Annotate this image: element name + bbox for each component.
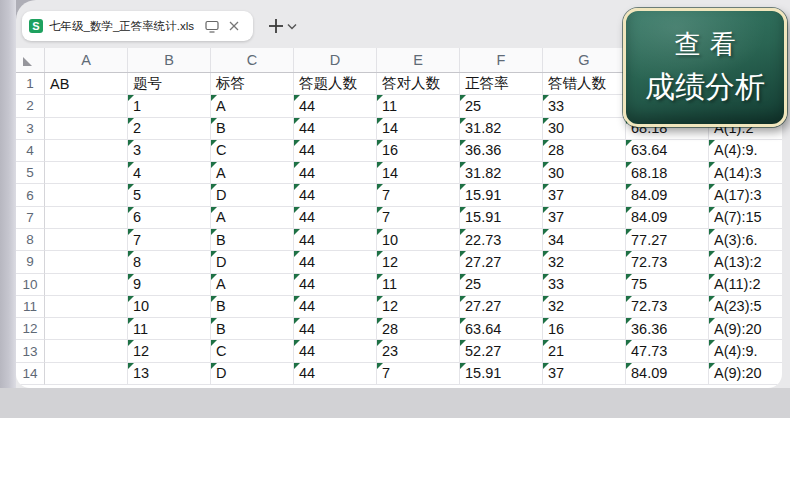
- cell-G14[interactable]: 37: [543, 363, 626, 385]
- cell-B1[interactable]: 题号: [128, 73, 211, 95]
- row-number-8[interactable]: 8: [16, 229, 45, 251]
- cell-I14[interactable]: A(9):20: [709, 363, 782, 385]
- tab-list-chevron-icon[interactable]: [284, 13, 300, 39]
- cell-A12[interactable]: [45, 318, 128, 340]
- cell-B14[interactable]: 13: [128, 363, 211, 385]
- cell-C10[interactable]: A: [211, 274, 294, 296]
- cell-A11[interactable]: [45, 296, 128, 318]
- row-number-1[interactable]: 1: [16, 73, 45, 95]
- cell-E12[interactable]: 28: [377, 318, 460, 340]
- cell-B3[interactable]: 2: [128, 118, 211, 140]
- cell-F10[interactable]: 25: [460, 274, 543, 296]
- cell-D10[interactable]: 44: [294, 274, 377, 296]
- cell-D11[interactable]: 44: [294, 296, 377, 318]
- cell-D6[interactable]: 44: [294, 184, 377, 206]
- cell-E9[interactable]: 12: [377, 251, 460, 273]
- row-number-3[interactable]: 3: [16, 118, 45, 140]
- row-number-11[interactable]: 11: [16, 296, 45, 318]
- cell-A7[interactable]: [45, 207, 128, 229]
- cell-B6[interactable]: 5: [128, 184, 211, 206]
- cell-A9[interactable]: [45, 251, 128, 273]
- cell-B10[interactable]: 9: [128, 274, 211, 296]
- cell-F5[interactable]: 31.82: [460, 162, 543, 184]
- cell-G9[interactable]: 32: [543, 251, 626, 273]
- cell-F3[interactable]: 31.82: [460, 118, 543, 140]
- column-header-D[interactable]: D: [294, 48, 377, 72]
- row-number-9[interactable]: 9: [16, 251, 45, 273]
- cell-D9[interactable]: 44: [294, 251, 377, 273]
- cell-A14[interactable]: [45, 363, 128, 385]
- cell-A2[interactable]: [45, 95, 128, 117]
- cell-E13[interactable]: 23: [377, 340, 460, 362]
- cell-B8[interactable]: 7: [128, 229, 211, 251]
- cell-F9[interactable]: 27.27: [460, 251, 543, 273]
- cell-C13[interactable]: C: [211, 340, 294, 362]
- cell-C6[interactable]: D: [211, 184, 294, 206]
- row-number-10[interactable]: 10: [16, 274, 45, 296]
- cell-D2[interactable]: 44: [294, 95, 377, 117]
- cell-H8[interactable]: 77.27: [626, 229, 709, 251]
- cell-H13[interactable]: 47.73: [626, 340, 709, 362]
- cell-H7[interactable]: 84.09: [626, 207, 709, 229]
- cell-C1[interactable]: 标答: [211, 73, 294, 95]
- cell-H5[interactable]: 68.18: [626, 162, 709, 184]
- cell-I13[interactable]: A(4):9.: [709, 340, 782, 362]
- column-header-C[interactable]: C: [211, 48, 294, 72]
- cell-I6[interactable]: A(17):3: [709, 184, 782, 206]
- cell-D7[interactable]: 44: [294, 207, 377, 229]
- cell-E8[interactable]: 10: [377, 229, 460, 251]
- cell-C8[interactable]: B: [211, 229, 294, 251]
- cell-H9[interactable]: 72.73: [626, 251, 709, 273]
- cell-G1[interactable]: 答错人数: [543, 73, 626, 95]
- cell-D3[interactable]: 44: [294, 118, 377, 140]
- cell-D1[interactable]: 答题人数: [294, 73, 377, 95]
- cell-C12[interactable]: B: [211, 318, 294, 340]
- row-number-12[interactable]: 12: [16, 318, 45, 340]
- cell-B7[interactable]: 6: [128, 207, 211, 229]
- cell-F12[interactable]: 63.64: [460, 318, 543, 340]
- cell-D5[interactable]: 44: [294, 162, 377, 184]
- cell-I8[interactable]: A(3):6.: [709, 229, 782, 251]
- cell-H10[interactable]: 75: [626, 274, 709, 296]
- close-tab-icon[interactable]: [228, 20, 240, 32]
- cell-C14[interactable]: D: [211, 363, 294, 385]
- row-number-2[interactable]: 2: [16, 95, 45, 117]
- cell-D13[interactable]: 44: [294, 340, 377, 362]
- cell-C11[interactable]: B: [211, 296, 294, 318]
- cell-E3[interactable]: 14: [377, 118, 460, 140]
- cell-C2[interactable]: A: [211, 95, 294, 117]
- cell-E14[interactable]: 7: [377, 363, 460, 385]
- cell-I10[interactable]: A(11):2: [709, 274, 782, 296]
- cell-F6[interactable]: 15.91: [460, 184, 543, 206]
- cell-A1[interactable]: AB: [45, 73, 128, 95]
- cell-C9[interactable]: D: [211, 251, 294, 273]
- cell-F11[interactable]: 27.27: [460, 296, 543, 318]
- cell-A8[interactable]: [45, 229, 128, 251]
- view-score-analysis-button[interactable]: 查看 成绩分析: [623, 8, 787, 127]
- cell-A5[interactable]: [45, 162, 128, 184]
- cell-F1[interactable]: 正答率: [460, 73, 543, 95]
- cell-A13[interactable]: [45, 340, 128, 362]
- row-number-13[interactable]: 13: [16, 340, 45, 362]
- share-screen-icon[interactable]: [205, 20, 219, 33]
- cell-D14[interactable]: 44: [294, 363, 377, 385]
- cell-D4[interactable]: 44: [294, 140, 377, 162]
- cell-E10[interactable]: 11: [377, 274, 460, 296]
- row-number-4[interactable]: 4: [16, 140, 45, 162]
- cell-I12[interactable]: A(9):20: [709, 318, 782, 340]
- cell-C7[interactable]: A: [211, 207, 294, 229]
- cell-G12[interactable]: 16: [543, 318, 626, 340]
- cell-F2[interactable]: 25: [460, 95, 543, 117]
- cell-G10[interactable]: 33: [543, 274, 626, 296]
- cell-G4[interactable]: 28: [543, 140, 626, 162]
- cell-G8[interactable]: 34: [543, 229, 626, 251]
- cell-E2[interactable]: 11: [377, 95, 460, 117]
- cell-A3[interactable]: [45, 118, 128, 140]
- cell-C3[interactable]: B: [211, 118, 294, 140]
- cell-E6[interactable]: 7: [377, 184, 460, 206]
- cell-B11[interactable]: 10: [128, 296, 211, 318]
- cell-H11[interactable]: 72.73: [626, 296, 709, 318]
- cell-F8[interactable]: 22.73: [460, 229, 543, 251]
- row-number-7[interactable]: 7: [16, 207, 45, 229]
- cell-G2[interactable]: 33: [543, 95, 626, 117]
